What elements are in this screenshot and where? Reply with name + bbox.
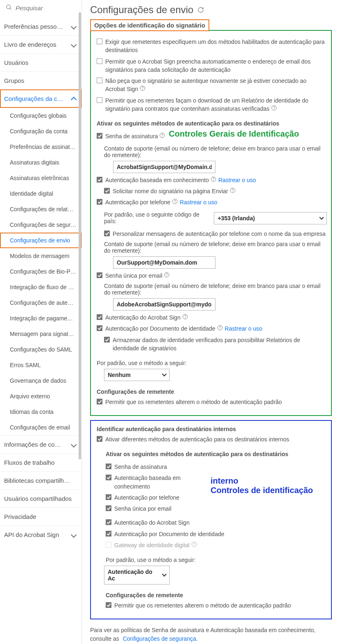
sidebar-item-global[interactable]: Configurações globais [0,108,82,123]
annotation-internal: internoControles de identificação [211,476,313,495]
cb-int-acrobat[interactable]: Autenticação do Acrobat Sign [104,518,327,527]
section-title-signer-id: Opções de identificação do signatário [90,19,209,31]
sidebar-section-privacy[interactable]: Privacidade [0,507,82,525]
search-box[interactable] [0,0,82,18]
scrollbar[interactable] [79,12,81,459]
link-track-usage[interactable]: Rastrear o uso [218,177,256,183]
sidebar-item-biopharma[interactable]: Configurações de Bio-P… [0,264,82,279]
cb-int-sender-change[interactable]: Permitir que os remetentes alterem o mét… [104,601,327,610]
sidebar-section-addressbook[interactable]: Livro de endereços [0,35,82,53]
help-icon[interactable] [230,187,236,193]
help-icon[interactable] [182,314,188,320]
chevron-down-icon [71,41,77,47]
sidebar-item-signer-msg[interactable]: Mensagem para signat… [0,326,82,342]
sidebar-section-api[interactable]: API do Acrobat Sign [0,525,82,544]
sidebar-item-workflow-int[interactable]: Integração de fluxo de … [0,279,82,295]
sidebar-item-electronic-sig[interactable]: Assinaturas eletrônicas [0,170,82,186]
help-icon[interactable] [172,199,178,204]
cb-int-password[interactable]: Senha de assinatura [104,463,211,471]
cb-int-kba[interactable]: Autenticação baseada em conhecimento [104,474,211,491]
help-icon[interactable] [159,132,165,138]
svg-line-1 [10,8,11,9]
sidebar-section-workflows[interactable]: Fluxos de trabalho [0,453,82,471]
help-icon[interactable] [271,105,277,111]
sidebar-item-email-config[interactable]: Configurações de email [0,420,82,435]
sidebar-item-languages[interactable]: Idiomas da conta [0,404,82,420]
general-id-box: Exigir que remetentes especifiquem um do… [90,30,332,416]
cb-int-did-gateway[interactable]: Gateway de identidade digital [104,541,327,549]
internal-default-select[interactable]: Autenticação do Ac [104,566,170,585]
svg-point-11 [232,192,233,192]
chevron-down-icon [319,215,324,219]
help-icon[interactable] [140,85,145,91]
help-icon[interactable] [191,541,197,547]
link-security-settings[interactable]: Configurações de segurança. [123,635,198,642]
sidebar-item-send-settings[interactable]: Configurações de envio [0,233,82,248]
help-icon[interactable] [164,272,170,278]
cb-kba[interactable]: Autenticação baseada em conhecimentoRast… [95,176,327,184]
country-code-label: Por padrão, use o seguinte código de paí… [104,211,211,224]
sidebar-item-digital-sig[interactable]: Assinaturas digitais [0,155,82,170]
sidebar-section-account-info[interactable]: Informações de co… [0,435,82,453]
sidebar-section-shared-users[interactable]: Usuários compartilhados [0,489,82,507]
sidebar-section-preferences[interactable]: Preferências pesso… [0,18,82,35]
cb-request-name[interactable]: Solicitar nome do signatário na página E… [95,187,327,195]
chevron-up-icon [71,96,77,102]
sidebar-section-account-config[interactable]: Configurações da c… [0,89,82,108]
cb-enable-internal[interactable]: Ativar diferentes métodos de autenticaçã… [95,435,327,443]
svg-point-5 [274,109,274,110]
opt-no-reauth[interactable]: Não peça que o signatário se autentique … [95,77,327,94]
sidebar-section-shared-libs[interactable]: Bibliotecas compartilh… [0,471,82,489]
link-track-usage[interactable]: Rastrear o uso [225,325,263,332]
contact-input-3[interactable] [113,298,215,311]
sidebar-item-account[interactable]: Configuração da conta [0,123,82,139]
opt-download-report[interactable]: Permitir que os remetentes façam o downl… [95,96,327,113]
sidebar-item-auth-settings[interactable]: Configurações de aute… [0,295,82,311]
help-icon[interactable] [211,176,216,182]
cb-acrobat-auth[interactable]: Autenticação do Acrobat Sign [95,313,327,322]
contact-note-1: Contato de suporte (email ou número de t… [104,145,327,158]
opt-require-method[interactable]: Exigir que remetentes especifiquem um do… [95,38,327,55]
contact-input-2[interactable] [113,256,215,269]
sidebar-item-external-file[interactable]: Arquivo externo [0,388,82,404]
cb-int-phone[interactable]: Autenticação por telefone [104,493,211,502]
cb-store-id-data[interactable]: Armazenar dados de identidade verificado… [95,336,327,353]
refresh-icon[interactable] [197,4,204,16]
svg-point-7 [162,137,163,137]
cb-gov-id[interactable]: Autenticação por Documento de identidade… [95,324,327,333]
cb-email-otp[interactable]: Senha única por email [95,272,327,280]
cb-custom-phone-msg[interactable]: Personalizar mensagens de autenticação p… [95,230,327,238]
contact-input-1[interactable] [113,161,215,173]
chevron-down-icon [71,532,77,537]
sidebar-item-saml-config[interactable]: Configurações do SAML [0,342,82,357]
cb-sender-change-method[interactable]: Permitir que os remetentes alterem o mét… [95,398,327,406]
sidebar-item-data-gov[interactable]: Governança de dados [0,373,82,388]
help-icon[interactable] [217,325,223,331]
country-code-select[interactable]: +353 (Irlanda) [214,212,327,224]
sidebar-item-security[interactable]: Configurações de segur… [0,217,82,233]
default-method-select[interactable]: Nenhum [104,369,170,381]
cb-phone-auth[interactable]: Autenticação por telefoneRastrear o uso [95,198,327,206]
chevron-down-icon [162,372,166,377]
internal-id-box: Identificar autenticação para destinatár… [90,420,332,619]
auth-methods-header: Ativar os seguintes métodos de autentica… [97,120,327,127]
opt-autofill-email[interactable]: Permitir que o Acrobat Sign preencha aut… [95,57,327,74]
sidebar-item-sign-pref[interactable]: Preferências de assinat… [0,139,82,155]
sidebar-item-saml-errors[interactable]: Erros SAML [0,357,82,373]
sidebar: Preferências pesso… Livro de endereços U… [0,0,82,644]
sidebar-section-users[interactable]: Usuários [0,53,82,71]
search-input[interactable] [16,5,76,11]
link-track-usage[interactable]: Rastrear o uso [180,199,218,206]
chevron-down-icon [71,441,77,447]
sidebar-item-digital-id[interactable]: Identidade digital [0,186,82,201]
cb-int-email-otp[interactable]: Senha única por email [104,505,211,513]
cb-int-govid[interactable]: Autenticação por Documento de identidade [104,530,327,538]
chevron-down-icon [162,572,166,577]
svg-point-17 [185,318,185,318]
sidebar-item-msg-templates[interactable]: Modelos de mensagem [0,248,82,264]
sidebar-item-reports[interactable]: Configurações de relat… [0,201,82,217]
sidebar-item-payment-int[interactable]: Integração de pagame… [0,311,82,326]
svg-point-9 [213,180,214,180]
cb-sign-password[interactable]: Senha de assinatura [95,132,169,140]
sidebar-section-groups[interactable]: Grupos [0,71,82,89]
